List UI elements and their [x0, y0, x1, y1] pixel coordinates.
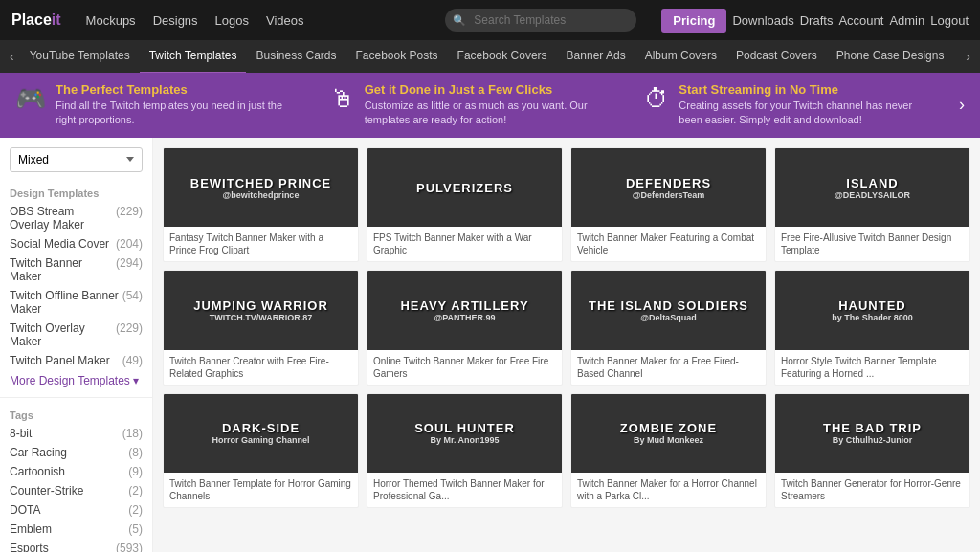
promo-icon-2: ⏱	[644, 84, 669, 114]
promo-text-1: Get it Done in Just a Few Clicks Customi…	[365, 82, 616, 128]
promo-desc-0: Find all the Twitch templates you need i…	[56, 99, 301, 128]
promo-desc-1: Customize as little or as much as you wa…	[365, 99, 616, 128]
template-card-0[interactable]: BEWITCHED PRINCE@bewitchedprinceFantasy …	[163, 147, 359, 262]
sidebar-design-item-2[interactable]: Twitch Banner Maker(294)	[0, 254, 152, 286]
template-image-6: THE ISLAND SOLDIERS@DeltaSquad	[571, 271, 766, 349]
template-card-9[interactable]: SOUL HUNTERBy Mr. Anon1995Horror Themed …	[367, 393, 563, 508]
template-nav-item-1[interactable]: Twitch Templates	[140, 40, 247, 73]
nav-account[interactable]: Account	[838, 13, 883, 28]
nav-videos[interactable]: Videos	[266, 13, 304, 28]
template-nav-prev[interactable]: ‹	[4, 49, 20, 64]
sidebar-tag-label-1: Car Racing	[10, 446, 67, 459]
template-nav-item-5[interactable]: Banner Ads	[557, 40, 635, 73]
promo-text-2: Start Streaming in No Time Creating asse…	[679, 82, 930, 128]
sidebar-tag-label-3: Counter-Strike	[10, 484, 83, 497]
template-card-7[interactable]: HAUNTEDby The Shader 8000Horror Style Tw…	[774, 270, 970, 385]
nav-mockups[interactable]: Mockups	[86, 13, 136, 28]
template-nav-item-7[interactable]: Podcast Covers	[726, 40, 827, 73]
template-image-10: ZOMBIE ZONEBy Mud Monkeez	[571, 394, 766, 473]
template-card-10[interactable]: ZOMBIE ZONEBy Mud MonkeezTwitch Banner M…	[570, 393, 767, 508]
sidebar-design-label-5: Twitch Panel Maker	[10, 354, 110, 367]
sidebar-design-count-4: (229)	[116, 321, 143, 348]
sidebar-tag-2[interactable]: Cartoonish(9)	[0, 462, 152, 481]
sidebar-design-label-0: OBS Stream Overlay Maker	[10, 205, 116, 232]
nav-drafts[interactable]: Drafts	[800, 13, 834, 28]
nav-downloads[interactable]: Downloads	[732, 13, 793, 28]
sidebar-tag-label-0: 8-bit	[10, 427, 32, 440]
promo-banner: 🎮 The Perfect Templates Find all the Twi…	[0, 73, 980, 138]
template-caption-8: Twitch Banner Template for Horror Gaming…	[164, 473, 358, 507]
template-title-9: SOUL HUNTER	[414, 421, 515, 435]
template-image-4: JUMPING WARRIORTWITCH.TV/WARRIOR.87	[164, 271, 358, 349]
promo-title-1: Get it Done in Just a Few Clicks	[365, 82, 616, 97]
sidebar-tag-count-3: (2)	[128, 484, 143, 497]
sidebar-tag-0[interactable]: 8-bit(18)	[0, 424, 152, 443]
template-subtitle-5: @PANTHER.99	[400, 313, 528, 322]
main-layout: Mixed Design Templates OBS Stream Overla…	[0, 138, 980, 552]
sidebar-design-count-2: (294)	[116, 256, 143, 283]
template-card-4[interactable]: JUMPING WARRIORTWITCH.TV/WARRIOR.87Twitc…	[163, 270, 359, 385]
template-nav-item-2[interactable]: Business Cards	[246, 40, 345, 73]
template-nav-items: YouTube TemplatesTwitch TemplatesBusines…	[20, 40, 961, 73]
nav-designs[interactable]: Designs	[153, 13, 198, 28]
template-title-0: BEWITCHED PRINCE	[190, 176, 331, 190]
template-caption-5: Online Twitch Banner Maker for Free Fire…	[368, 350, 562, 385]
template-nav-item-8[interactable]: Phone Case Designs	[827, 40, 954, 73]
sidebar-design-item-4[interactable]: Twitch Overlay Maker(229)	[0, 319, 152, 351]
template-subtitle-4: TWITCH.TV/WARRIOR.87	[193, 313, 328, 322]
mixed-dropdown[interactable]: Mixed	[10, 147, 143, 172]
template-card-3[interactable]: ISLAND@DEADLYSAILORFree Fire-Allusive Tw…	[774, 147, 970, 262]
template-nav-item-9[interactable]: Phone Grip Designs	[953, 40, 960, 73]
template-nav-item-0[interactable]: YouTube Templates	[20, 40, 140, 73]
sidebar-tag-4[interactable]: DOTA(2)	[0, 500, 152, 519]
sidebar-design-count-0: (229)	[116, 205, 143, 232]
template-caption-2: Twitch Banner Maker Featuring a Combat V…	[571, 227, 766, 261]
sidebar-design-count-3: (54)	[122, 289, 143, 316]
template-image-1: PULVERIZERS	[368, 148, 562, 227]
sidebar-design-count-1: (204)	[116, 237, 143, 251]
pricing-button[interactable]: Pricing	[661, 9, 726, 33]
template-title-8: DARK-SIDE	[212, 421, 309, 435]
template-card-1[interactable]: PULVERIZERSFPS Twitch Banner Maker with …	[367, 147, 563, 262]
sidebar-design-item-3[interactable]: Twitch Offline Banner Maker(54)	[0, 286, 152, 319]
sidebar-design-item-0[interactable]: OBS Stream Overlay Maker(229)	[0, 202, 152, 234]
sidebar-tag-label-6: Esports	[10, 541, 49, 552]
template-card-2[interactable]: DEFENDERS@DefendersTeamTwitch Banner Mak…	[570, 147, 767, 262]
template-card-11[interactable]: THE BAD TRIPBy Cthulhu2-JuniorTwitch Ban…	[774, 393, 970, 508]
sidebar-tag-count-2: (9)	[128, 465, 143, 478]
sidebar-design-item-1[interactable]: Social Media Cover(204)	[0, 234, 152, 254]
template-card-8[interactable]: DARK-SIDEHorror Gaming ChannelTwitch Ban…	[163, 393, 359, 508]
promo-next-arrow[interactable]: ›	[959, 95, 965, 115]
template-nav-item-4[interactable]: Facebook Covers	[448, 40, 557, 73]
template-nav-item-3[interactable]: Facebook Posts	[346, 40, 448, 73]
promo-text-0: The Perfect Templates Find all the Twitc…	[56, 82, 301, 128]
nav-logout[interactable]: Logout	[930, 13, 969, 28]
sidebar-tag-count-6: (593)	[116, 541, 143, 552]
template-subtitle-10: By Mud Monkeez	[620, 435, 717, 445]
nav-admin[interactable]: Admin	[889, 13, 924, 28]
template-caption-9: Horror Themed Twitch Banner Maker for Pr…	[368, 473, 562, 507]
sidebar-design-label-4: Twitch Overlay Maker	[10, 321, 116, 348]
sidebar-tag-1[interactable]: Car Racing(8)	[0, 443, 152, 462]
template-caption-4: Twitch Banner Creator with Free Fire-Rel…	[164, 350, 358, 385]
template-card-5[interactable]: HEAVY ARTILLERY@PANTHER.99Online Twitch …	[367, 270, 563, 385]
sidebar-tag-3[interactable]: Counter-Strike(2)	[0, 481, 152, 500]
template-subtitle-7: by The Shader 8000	[832, 313, 913, 322]
search-input[interactable]	[445, 9, 636, 32]
template-grid: BEWITCHED PRINCE@bewitchedprinceFantasy …	[163, 147, 970, 508]
template-caption-3: Free Fire-Allusive Twitch Banner Design …	[775, 227, 969, 261]
template-caption-7: Horror Style Twitch Banner Template Feat…	[775, 350, 969, 385]
template-nav-next[interactable]: ›	[960, 49, 976, 64]
template-image-3: ISLAND@DEADLYSAILOR	[775, 148, 969, 227]
sidebar-design-item-5[interactable]: Twitch Panel Maker(49)	[0, 351, 152, 370]
template-card-6[interactable]: THE ISLAND SOLDIERS@DeltaSquadTwitch Ban…	[570, 270, 767, 385]
template-title-1: PULVERIZERS	[416, 181, 513, 195]
template-nav-item-6[interactable]: Album Covers	[635, 40, 726, 73]
logo: Placeit	[11, 11, 61, 29]
sidebar-tag-6[interactable]: Esports(593)	[0, 539, 152, 552]
search-box: 🔍	[445, 9, 636, 32]
nav-logos[interactable]: Logos	[215, 13, 249, 28]
more-design-templates-link[interactable]: More Design Templates ▾	[0, 370, 152, 391]
sidebar-tag-5[interactable]: Emblem(5)	[0, 519, 152, 539]
template-image-9: SOUL HUNTERBy Mr. Anon1995	[368, 394, 562, 473]
